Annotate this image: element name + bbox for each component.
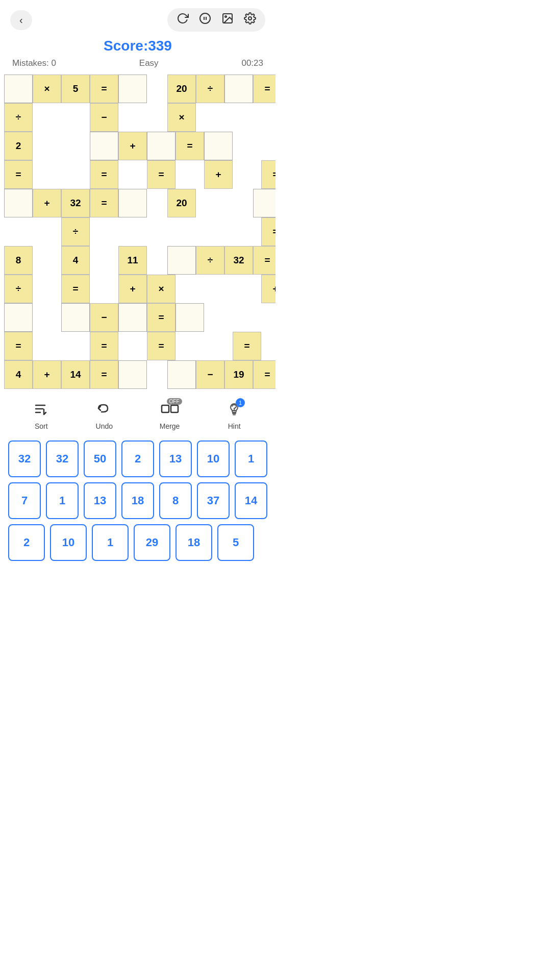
toolbar: Sort Undo OFF Merge xyxy=(0,389,276,436)
cell-r6c7 xyxy=(176,217,204,246)
pause-button[interactable] xyxy=(196,11,214,29)
cell-r2c4: − xyxy=(90,103,118,132)
tile-1b[interactable]: 1 xyxy=(46,482,79,519)
cell-r3c4[interactable] xyxy=(90,132,118,160)
cell-r2c2 xyxy=(33,103,61,132)
cell-r1c5[interactable] xyxy=(118,75,147,103)
tile-18b[interactable]: 18 xyxy=(176,524,212,561)
cell-r1c3: 5 xyxy=(61,75,90,103)
cell-r1c10[interactable] xyxy=(224,75,253,103)
tiles-row-1: 32 32 50 2 13 10 1 xyxy=(8,440,267,477)
sort-button[interactable]: Sort xyxy=(34,401,49,430)
tile-32a[interactable]: 32 xyxy=(8,440,41,477)
cell-r8c2 xyxy=(33,275,61,303)
back-button[interactable]: ‹ xyxy=(10,10,32,30)
cell-r5c1[interactable] xyxy=(4,189,33,217)
cell-r9c7[interactable] xyxy=(176,303,204,332)
cell-r4c5 xyxy=(118,160,147,189)
cell-r7c8[interactable] xyxy=(167,246,196,275)
tile-10b[interactable]: 10 xyxy=(50,524,87,561)
tile-5[interactable]: 5 xyxy=(217,524,254,561)
cell-r1c8: 20 xyxy=(167,75,196,103)
cell-r3c6[interactable] xyxy=(147,132,176,160)
merge-badge: OFF xyxy=(167,398,182,405)
cell-r9c6: = xyxy=(147,303,176,332)
tile-18a[interactable]: 18 xyxy=(121,482,154,519)
cell-r8c3: = xyxy=(61,275,90,303)
cell-r1c2: × xyxy=(33,75,61,103)
svg-rect-9 xyxy=(162,405,169,412)
cell-r9c1[interactable] xyxy=(4,303,33,332)
tile-2[interactable]: 2 xyxy=(121,440,154,477)
header: ‹ xyxy=(0,0,276,36)
cell-r8c9 xyxy=(233,275,261,303)
gallery-button[interactable] xyxy=(218,11,237,29)
svg-rect-10 xyxy=(171,405,178,412)
cell-r3c8[interactable] xyxy=(204,132,233,160)
cell-r7c4 xyxy=(90,246,118,275)
undo-button[interactable]: Undo xyxy=(96,401,113,430)
cell-r5c5[interactable] xyxy=(118,189,147,217)
tile-14[interactable]: 14 xyxy=(235,482,267,519)
cell-r1c4: = xyxy=(90,75,118,103)
cell-r5c11[interactable] xyxy=(253,189,276,217)
cell-r7c5: 11 xyxy=(118,246,147,275)
settings-button[interactable] xyxy=(241,11,259,29)
tile-1a[interactable]: 1 xyxy=(235,440,267,477)
tile-32b[interactable]: 32 xyxy=(46,440,79,477)
cell-r8c6: × xyxy=(147,275,176,303)
hint-button[interactable]: 1 Hint xyxy=(227,401,242,430)
cell-r11c9: − xyxy=(196,360,224,389)
cell-r10c7 xyxy=(176,332,204,360)
tile-37[interactable]: 37 xyxy=(197,482,230,519)
cell-r9c10 xyxy=(261,303,276,332)
cell-r7c2 xyxy=(33,246,61,275)
cell-r6c3: ÷ xyxy=(61,217,90,246)
puzzle-area: × 5 = 20 ÷ = ÷ − × + xyxy=(0,75,276,389)
tile-7[interactable]: 7 xyxy=(8,482,41,519)
cell-r5c3: 32 xyxy=(61,189,90,217)
cell-r5c9 xyxy=(196,189,224,217)
tile-29[interactable]: 29 xyxy=(134,524,170,561)
cell-r2c3 xyxy=(61,103,90,132)
cell-r10c2 xyxy=(33,332,61,360)
cell-r11c11: = xyxy=(253,360,276,389)
cell-r3c3 xyxy=(61,132,90,160)
svg-point-4 xyxy=(225,16,227,17)
cell-r4c10: = xyxy=(261,160,276,189)
cell-r9c5[interactable] xyxy=(118,303,147,332)
cell-r11c4: = xyxy=(90,360,118,389)
cell-r8c8 xyxy=(204,275,233,303)
cell-r6c8 xyxy=(204,217,233,246)
cell-r2c5 xyxy=(118,103,147,132)
cell-r2c9 xyxy=(196,103,224,132)
tile-13b[interactable]: 13 xyxy=(84,482,116,519)
cell-r10c8 xyxy=(204,332,233,360)
cell-r11c2: + xyxy=(33,360,61,389)
tile-10a[interactable]: 10 xyxy=(197,440,230,477)
cell-r10c6: = xyxy=(147,332,176,360)
cell-r11c8[interactable] xyxy=(167,360,196,389)
cell-r1c1[interactable] xyxy=(4,75,33,103)
tile-13a[interactable]: 13 xyxy=(159,440,192,477)
cell-r7c11: = xyxy=(253,246,276,275)
cell-r4c3 xyxy=(61,160,90,189)
cell-r6c10: = xyxy=(261,217,276,246)
cell-r10c4: = xyxy=(90,332,118,360)
tile-8[interactable]: 8 xyxy=(159,482,192,519)
tiles-area: 32 32 50 2 13 10 1 7 1 13 18 8 37 14 2 1… xyxy=(0,436,276,571)
tile-1c[interactable]: 1 xyxy=(92,524,129,561)
cell-r7c3: 4 xyxy=(61,246,90,275)
cell-r9c2 xyxy=(33,303,61,332)
cell-r6c6 xyxy=(147,217,176,246)
merge-button[interactable]: OFF Merge xyxy=(160,401,180,430)
hint-badge: 1 xyxy=(236,398,245,407)
cell-r6c9 xyxy=(233,217,261,246)
cell-r11c5[interactable] xyxy=(118,360,147,389)
cell-r7c1: 8 xyxy=(4,246,33,275)
tile-2b[interactable]: 2 xyxy=(8,524,45,561)
cell-r9c3[interactable] xyxy=(61,303,90,332)
tile-50[interactable]: 50 xyxy=(84,440,116,477)
restart-button[interactable] xyxy=(173,11,192,29)
cell-r4c6: = xyxy=(147,160,176,189)
